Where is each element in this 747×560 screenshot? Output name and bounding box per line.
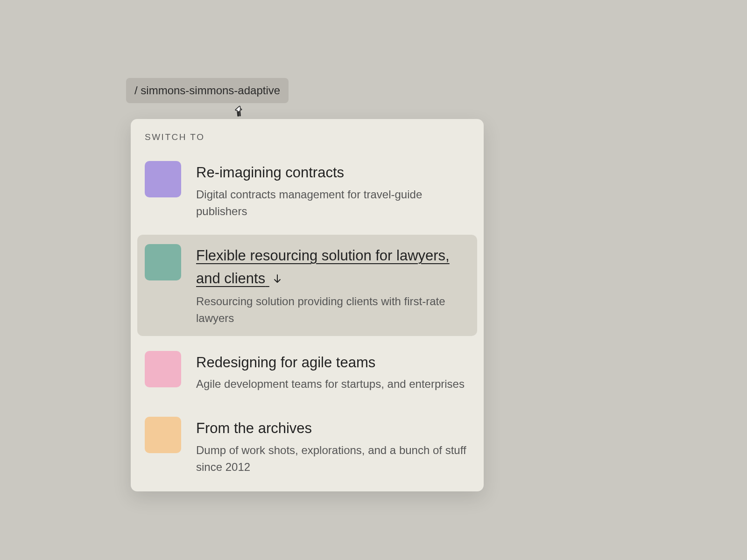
item-text-block: Flexible resourcing solution for lawyers… [196, 244, 470, 327]
switch-item-resourcing[interactable]: Flexible resourcing solution for lawyers… [137, 235, 477, 336]
item-title: From the archives [196, 417, 470, 440]
item-title: Redesigning for agile teams [196, 351, 470, 374]
switch-item-archives[interactable]: From the archives Dump of work shots, ex… [137, 407, 477, 485]
breadcrumb-path[interactable]: / simmons-simmons-adaptive [126, 78, 289, 103]
item-title: Flexible resourcing solution for lawyers… [196, 244, 470, 291]
switch-to-dropdown: SWITCH TO Re-imagining contracts Digital… [131, 119, 484, 491]
item-subtitle: Dump of work shots, explorations, and a … [196, 442, 470, 476]
item-subtitle: Digital contracts management for travel-… [196, 186, 470, 220]
swatch-icon [145, 161, 181, 197]
section-heading: SWITCH TO [137, 132, 477, 152]
pointer-cursor-icon [233, 104, 244, 117]
swatch-icon [145, 417, 181, 453]
switch-items-list: Re-imagining contracts Digital contracts… [137, 152, 477, 485]
swatch-icon [145, 244, 181, 280]
swatch-icon [145, 351, 181, 387]
switch-item-contracts[interactable]: Re-imagining contracts Digital contracts… [137, 152, 477, 229]
item-text-block: From the archives Dump of work shots, ex… [196, 417, 470, 476]
item-title: Re-imagining contracts [196, 161, 470, 184]
item-text-block: Redesigning for agile teams Agile develo… [196, 351, 470, 393]
arrow-down-icon [273, 268, 282, 291]
item-subtitle: Agile development teams for startups, an… [196, 376, 470, 392]
switch-item-agile[interactable]: Redesigning for agile teams Agile develo… [137, 342, 477, 402]
item-title-text: Flexible resourcing solution for lawyers… [196, 247, 450, 287]
item-subtitle: Resourcing solution providing clients wi… [196, 293, 470, 327]
item-text-block: Re-imagining contracts Digital contracts… [196, 161, 470, 220]
